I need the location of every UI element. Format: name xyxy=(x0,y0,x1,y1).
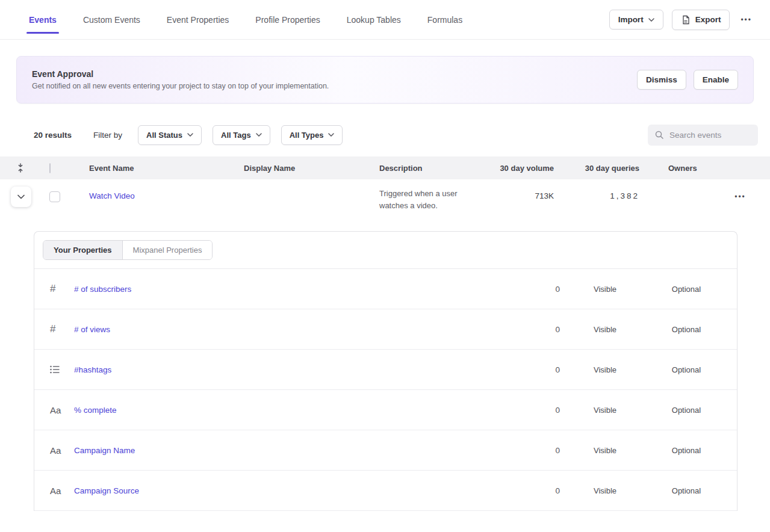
property-visibility[interactable]: Visible xyxy=(560,285,650,294)
filter-by-label: Filter by xyxy=(93,131,122,140)
tags-filter-dropdown[interactable]: All Tags xyxy=(213,125,270,145)
banner-subtitle: Get notified on all new events entering … xyxy=(32,82,329,90)
chevron-down-icon xyxy=(17,194,25,199)
event-approval-banner: Event Approval Get notified on all new e… xyxy=(16,56,754,104)
property-name-link[interactable]: # of subscribers xyxy=(74,285,131,294)
property-count: 0 xyxy=(524,406,560,415)
header-description[interactable]: Description xyxy=(379,164,494,173)
property-row: Aa Campaign Name 0 Visible Optional xyxy=(34,430,737,471)
tab-lookup-tables[interactable]: Lookup Tables xyxy=(347,0,401,39)
text-icon: Aa xyxy=(50,445,61,456)
property-name-link[interactable]: #hashtags xyxy=(74,365,111,374)
tab-your-properties[interactable]: Your Properties xyxy=(43,241,122,259)
chevron-down-icon xyxy=(328,133,334,137)
text-icon: Aa xyxy=(50,486,61,496)
search-input[interactable] xyxy=(648,125,758,146)
number-icon: # xyxy=(50,323,55,335)
property-requirement[interactable]: Optional xyxy=(650,285,722,294)
property-visibility[interactable]: Visible xyxy=(560,406,650,415)
top-navigation: Events Custom Events Event Properties Pr… xyxy=(0,0,770,40)
header-owners[interactable]: Owners xyxy=(639,164,710,173)
properties-panel: Your Properties Mixpanel Properties # # … xyxy=(34,231,737,511)
results-count: 20 results xyxy=(34,131,72,140)
event-30-day-queries: 1,382 xyxy=(554,187,639,200)
property-row: # # of subscribers 0 Visible Optional xyxy=(34,269,737,309)
text-icon: Aa xyxy=(50,405,61,415)
property-name-link[interactable]: Campaign Name xyxy=(74,446,135,455)
export-csv-icon xyxy=(681,15,691,25)
header-30-day-queries[interactable]: 30 day queries xyxy=(554,164,639,173)
row-more-options-icon[interactable]: ••• xyxy=(732,189,748,205)
filter-row: 20 results Filter by All Status All Tags… xyxy=(0,124,770,146)
types-filter-dropdown[interactable]: All Types xyxy=(281,125,343,145)
property-count: 0 xyxy=(524,325,560,334)
collapse-row-button[interactable] xyxy=(11,187,31,207)
tab-event-properties[interactable]: Event Properties xyxy=(167,0,229,39)
chevron-down-icon xyxy=(256,133,262,137)
number-icon: # xyxy=(50,283,55,295)
event-30-day-volume: 713K xyxy=(494,187,554,200)
property-name-link[interactable]: Campaign Source xyxy=(74,486,139,495)
tab-mixpanel-properties[interactable]: Mixpanel Properties xyxy=(122,241,213,259)
export-button[interactable]: Export xyxy=(672,10,730,30)
property-count: 0 xyxy=(524,285,560,294)
banner-title: Event Approval xyxy=(32,69,329,79)
property-requirement[interactable]: Optional xyxy=(650,325,722,334)
chevron-down-icon xyxy=(648,18,654,22)
property-row: Aa Campaign Source 0 Visible Optional xyxy=(34,471,737,511)
more-options-icon[interactable]: ••• xyxy=(738,12,754,28)
property-count: 0 xyxy=(524,365,560,374)
export-button-label: Export xyxy=(695,15,721,24)
header-display-name[interactable]: Display Name xyxy=(244,164,379,173)
property-count: 0 xyxy=(524,486,560,495)
property-visibility[interactable]: Visible xyxy=(560,325,650,334)
dismiss-button[interactable]: Dismiss xyxy=(637,70,686,90)
lexicon-page: Events Custom Events Event Properties Pr… xyxy=(0,0,770,532)
status-filter-dropdown[interactable]: All Status xyxy=(138,125,202,145)
property-requirement[interactable]: Optional xyxy=(650,406,722,415)
import-button[interactable]: Import xyxy=(609,10,663,29)
property-requirement[interactable]: Optional xyxy=(650,486,722,495)
tags-filter-label: All Tags xyxy=(221,131,251,140)
banner-text: Event Approval Get notified on all new e… xyxy=(32,69,329,90)
enable-button[interactable]: Enable xyxy=(694,70,738,90)
property-requirement[interactable]: Optional xyxy=(650,365,722,374)
import-button-label: Import xyxy=(618,15,644,24)
event-name-link[interactable]: Watch Video xyxy=(89,187,135,200)
tab-profile-properties[interactable]: Profile Properties xyxy=(255,0,320,39)
properties-tab-group: Your Properties Mixpanel Properties xyxy=(43,240,213,260)
tab-custom-events[interactable]: Custom Events xyxy=(83,0,140,39)
collapse-all-icon[interactable] xyxy=(16,163,25,173)
property-count: 0 xyxy=(524,446,560,455)
properties-list: # # of subscribers 0 Visible Optional # … xyxy=(34,269,737,511)
property-name-link[interactable]: % complete xyxy=(74,406,117,415)
status-filter-label: All Status xyxy=(146,131,182,140)
header-event-name[interactable]: Event Name xyxy=(89,164,244,173)
nav-tabs: Events Custom Events Event Properties Pr… xyxy=(29,0,462,39)
types-filter-label: All Types xyxy=(290,131,324,140)
property-row: # # of views 0 Visible Optional xyxy=(34,309,737,350)
property-visibility[interactable]: Visible xyxy=(560,365,650,374)
property-row: #hashtags 0 Visible Optional xyxy=(34,350,737,390)
table-row: Watch Video Triggered when a user watche… xyxy=(0,179,770,225)
event-description: Triggered when a user watches a video. xyxy=(379,187,485,212)
list-icon xyxy=(50,365,60,374)
tab-formulas[interactable]: Formulas xyxy=(427,0,462,39)
select-all-checkbox[interactable] xyxy=(49,163,51,173)
row-checkbox[interactable] xyxy=(49,191,60,202)
property-requirement[interactable]: Optional xyxy=(650,446,722,455)
chevron-down-icon xyxy=(187,133,193,137)
property-row: Aa % complete 0 Visible Optional xyxy=(34,390,737,430)
property-visibility[interactable]: Visible xyxy=(560,486,650,495)
property-visibility[interactable]: Visible xyxy=(560,446,650,455)
property-name-link[interactable]: # of views xyxy=(74,325,110,334)
header-30-day-volume[interactable]: 30 day volume xyxy=(494,164,554,173)
tab-events[interactable]: Events xyxy=(29,0,57,39)
search-icon xyxy=(654,130,664,140)
events-table-header: Event Name Display Name Description 30 d… xyxy=(0,156,770,179)
